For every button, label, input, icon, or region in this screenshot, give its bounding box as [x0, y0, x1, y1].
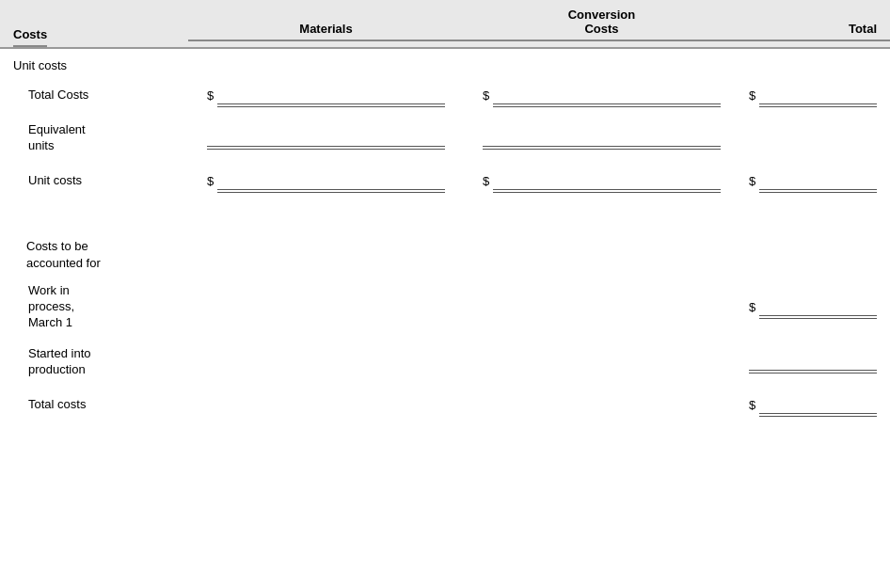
unit-costs-materials-cell: $	[188, 169, 464, 193]
equivalent-units-materials-input[interactable]	[207, 126, 445, 147]
started-total-input[interactable]	[749, 350, 877, 371]
cost-table: Costs Materials Conversion Costs Total U…	[0, 0, 890, 424]
total-costs-total-input[interactable]	[759, 84, 877, 104]
work-in-process-label-text: Work inprocess,March 1	[28, 283, 74, 329]
equivalent-units-conversion-input[interactable]	[483, 126, 721, 147]
total-costs-bottom-total-cell: $	[739, 393, 890, 417]
total-costs-conversion-input[interactable]	[493, 84, 721, 104]
total-costs-conversion-dollar: $	[483, 88, 489, 103]
materials-column-header: Materials	[188, 22, 464, 41]
total-costs-row-label: Total Costs	[0, 87, 188, 103]
total-costs-conversion-cell: $	[464, 84, 739, 107]
work-in-process-total-wrapper	[759, 295, 877, 319]
total-costs-total-dollar: $	[749, 88, 755, 103]
equivalent-units-label: Equivalentunits	[0, 122, 188, 154]
started-total-wrapper	[749, 350, 877, 373]
started-into-production-label-text: Started intoproduction	[28, 346, 91, 376]
total-costs-materials-cell: $	[188, 84, 464, 107]
table-header: Costs Materials Conversion Costs Total	[0, 0, 890, 49]
unit-costs-total-wrapper	[759, 169, 877, 193]
unit-costs-total-dollar: $	[749, 174, 755, 188]
conversion-column-header: Conversion Costs	[464, 8, 739, 41]
total-costs-materials-input[interactable]	[217, 84, 445, 104]
costs-accounted-label: Costs to beaccounted for	[13, 238, 101, 272]
costs-column-header: Costs	[0, 27, 188, 41]
unit-costs-total-cell: $	[739, 169, 890, 193]
unit-costs-conversion-cell: $	[464, 169, 739, 193]
total-costs-total-cell: $	[739, 84, 890, 107]
total-costs-materials-wrapper	[217, 84, 445, 107]
total-costs-conversion-wrapper	[493, 84, 721, 107]
conversion-label-line2: Costs	[464, 22, 739, 36]
total-costs-bottom-row: Total costs $	[0, 386, 890, 424]
total-costs-bottom-total-wrapper	[759, 393, 877, 417]
costs-accounted-section: Costs to beaccounted for	[0, 229, 890, 276]
total-costs-row: Total Costs $ $ $	[0, 76, 890, 115]
equivalent-units-label-text: Equivalentunits	[28, 122, 86, 152]
work-in-process-label: Work inprocess,March 1	[0, 283, 188, 331]
unit-costs-conversion-wrapper	[493, 169, 721, 193]
total-costs-bottom-total-dollar: $	[749, 398, 755, 412]
costs-accounted-label-text: Costs to beaccounted for	[26, 239, 101, 270]
work-in-process-total-dollar: $	[749, 300, 755, 314]
unit-costs-total-input[interactable]	[759, 169, 877, 190]
total-column-header: Total	[739, 22, 890, 41]
equivalent-units-materials-wrapper	[207, 126, 445, 150]
total-label: Total	[849, 22, 877, 36]
materials-label: Materials	[299, 22, 352, 36]
equivalent-units-materials-cell	[188, 126, 464, 150]
started-into-production-label: Started intoproduction	[0, 346, 188, 378]
equivalent-units-conversion-cell	[464, 126, 739, 150]
work-in-process-total-input[interactable]	[759, 295, 877, 316]
unit-costs-materials-input[interactable]	[217, 169, 445, 190]
unit-costs-materials-dollar: $	[207, 174, 214, 188]
work-in-process-row: Work inprocess,March 1 $	[0, 276, 890, 339]
unit-costs-section: Unit costs	[0, 49, 890, 76]
total-costs-total-wrapper	[759, 84, 877, 107]
unit-costs-row-label: Unit costs	[0, 173, 188, 189]
unit-costs-materials-wrapper	[217, 169, 445, 193]
total-costs-bottom-total-input[interactable]	[759, 393, 877, 414]
total-costs-bottom-label: Total costs	[0, 397, 188, 413]
spacer-1	[0, 200, 890, 229]
costs-label: Costs	[13, 27, 47, 47]
equivalent-units-conversion-wrapper	[483, 126, 721, 150]
equivalent-units-row: Equivalentunits	[0, 115, 890, 162]
conversion-label-line1: Conversion	[464, 8, 739, 22]
unit-costs-label: Unit costs	[13, 58, 67, 72]
unit-costs-conversion-dollar: $	[483, 174, 489, 188]
unit-costs-conversion-input[interactable]	[493, 169, 721, 190]
work-in-process-total-cell: $	[739, 295, 890, 319]
total-costs-materials-dollar: $	[207, 88, 214, 103]
unit-costs-row: Unit costs $ $ $	[0, 162, 890, 200]
started-total-cell	[739, 350, 890, 373]
started-into-production-row: Started intoproduction	[0, 339, 890, 386]
